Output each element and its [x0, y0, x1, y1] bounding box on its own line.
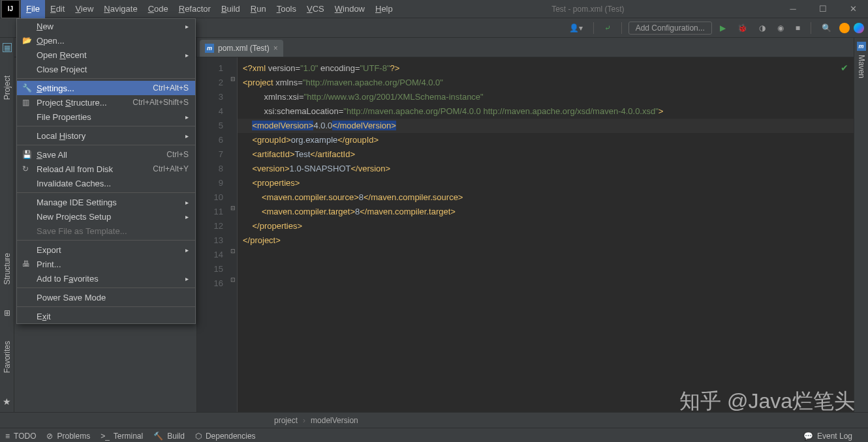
- menu-item-invalidate-caches-[interactable]: Invalidate Caches...: [17, 176, 195, 190]
- tool-dependencies[interactable]: ⬡Dependencies: [195, 432, 256, 441]
- maven-file-icon: m: [205, 44, 214, 53]
- event-log-button[interactable]: 💬Event Log: [803, 432, 852, 441]
- menu-view[interactable]: View: [70, 0, 99, 18]
- menu-item-local-history[interactable]: Local History▸: [17, 128, 195, 143]
- tool-todo[interactable]: ≡TODO: [5, 432, 36, 441]
- menu-item-save-file-as-template-: Save File as Template...: [17, 224, 195, 238]
- search-icon[interactable]: 🔍: [818, 22, 835, 34]
- structure-icon: ⊞: [4, 308, 10, 317]
- menu-item-add-to-favorites[interactable]: Add to Favorites▸: [17, 271, 195, 286]
- menu-item-power-save-mode[interactable]: Power Save Mode: [17, 290, 195, 304]
- tool-problems[interactable]: ⊘Problems: [46, 432, 90, 441]
- favorites-star-icon: ★: [3, 396, 11, 407]
- profile-icon[interactable]: ◉: [773, 22, 788, 34]
- menu-build[interactable]: Build: [216, 0, 245, 18]
- menubar: FileEditViewNavigateCodeRefactorBuildRun…: [21, 0, 398, 18]
- menu-item-settings-[interactable]: 🔧Settings...Ctrl+Alt+S: [17, 81, 195, 95]
- menu-window[interactable]: Window: [330, 0, 370, 18]
- tab-structure[interactable]: Structure: [3, 249, 12, 289]
- menu-tools[interactable]: Tools: [271, 0, 302, 18]
- menu-refactor[interactable]: Refactor: [174, 0, 216, 18]
- tab-maven[interactable]: Maven: [857, 52, 866, 81]
- menu-item-file-properties[interactable]: File Properties▸: [17, 110, 195, 124]
- menu-item-open-recent[interactable]: Open Recent▸: [17, 48, 195, 62]
- maximize-button[interactable]: ☐: [808, 0, 838, 18]
- run-icon[interactable]: ▶: [716, 22, 730, 34]
- tab-favorites[interactable]: Favorites: [3, 337, 12, 377]
- stop-icon[interactable]: ■: [792, 22, 804, 34]
- menu-item-new-projects-setup[interactable]: New Projects Setup▸: [17, 209, 195, 224]
- window-title: Test - pom.xml (Test): [398, 5, 778, 14]
- menu-item-save-all[interactable]: 💾Save AllCtrl+S: [17, 147, 195, 162]
- menu-item-export[interactable]: Export▸: [17, 243, 195, 257]
- tool-terminal[interactable]: >_Terminal: [101, 432, 143, 441]
- editor-area: m pom.xml (Test) × 123456789101112131415…: [197, 38, 854, 412]
- menu-item-project-structure-[interactable]: ▥Project Structure...Ctrl+Alt+Shift+S: [17, 95, 195, 110]
- menu-item-close-project[interactable]: Close Project: [17, 62, 195, 76]
- tool-build[interactable]: 🔨Build: [153, 432, 185, 441]
- titlebar: IJ FileEditViewNavigateCodeRefactorBuild…: [0, 0, 868, 18]
- minimize-button[interactable]: ─: [778, 0, 808, 18]
- user-icon[interactable]: 👤▾: [565, 22, 587, 34]
- maven-tool-icon[interactable]: m: [857, 42, 866, 51]
- close-button[interactable]: ✕: [838, 0, 868, 18]
- coverage-icon[interactable]: ◑: [755, 22, 769, 34]
- menu-code[interactable]: Code: [143, 0, 174, 18]
- editor-tab-label: pom.xml (Test): [218, 44, 270, 53]
- menu-vcs[interactable]: VCS: [302, 0, 330, 18]
- inspection-ok-icon[interactable]: ✔: [841, 63, 848, 73]
- breadcrumb-item[interactable]: modelVersion: [311, 416, 358, 425]
- project-tool-icon[interactable]: ▦: [3, 43, 12, 52]
- build-hammer-icon[interactable]: ⤶: [600, 22, 615, 34]
- menu-item-print-[interactable]: 🖶Print...: [17, 257, 195, 271]
- debug-icon[interactable]: 🐞: [734, 22, 751, 34]
- bottom-toolbar: ≡TODO⊘Problems>_Terminal🔨Build⬡Dependenc…: [0, 428, 868, 442]
- menu-file[interactable]: File: [21, 0, 45, 18]
- menu-item-new[interactable]: New▸: [17, 19, 195, 33]
- add-configuration-button[interactable]: Add Configuration...: [628, 22, 712, 35]
- code-editor[interactable]: <?xml version="1.0" encoding="UTF-8"?><p…: [238, 57, 854, 412]
- menu-item-open-[interactable]: 📂Open...: [17, 33, 195, 48]
- toolbox-icon[interactable]: [854, 23, 864, 33]
- menu-edit[interactable]: Edit: [45, 0, 70, 18]
- close-tab-icon[interactable]: ×: [273, 44, 278, 53]
- line-gutter: 12345678910111213141516: [197, 57, 230, 412]
- breadcrumb-item[interactable]: project: [274, 416, 298, 425]
- right-tool-strip: m Maven: [854, 38, 868, 412]
- ide-badge-icon[interactable]: [839, 23, 850, 33]
- ide-logo: IJ: [1, 0, 20, 18]
- menu-item-reload-all-from-disk[interactable]: ↻Reload All from DiskCtrl+Alt+Y: [17, 162, 195, 176]
- breadcrumb-bar: project › modelVersion: [0, 412, 868, 428]
- tab-project[interactable]: Project: [3, 72, 12, 104]
- menu-help[interactable]: Help: [370, 0, 398, 18]
- menu-item-manage-ide-settings[interactable]: Manage IDE Settings▸: [17, 195, 195, 209]
- menu-navigate[interactable]: Navigate: [99, 0, 142, 18]
- menu-item-exit[interactable]: Exit: [17, 309, 195, 323]
- event-log-icon: 💬: [803, 432, 813, 441]
- fold-gutter: ⊟ ⊟ ⊡ ⊡: [230, 57, 238, 412]
- editor-tab-pom[interactable]: m pom.xml (Test) ×: [200, 40, 283, 57]
- menu-run[interactable]: Run: [245, 0, 271, 18]
- left-tool-strip: ▦ Project Structure ⊞ Favorites ★: [0, 38, 14, 412]
- file-menu-dropdown: New▸📂Open...Open Recent▸Close Project🔧Se…: [16, 18, 196, 324]
